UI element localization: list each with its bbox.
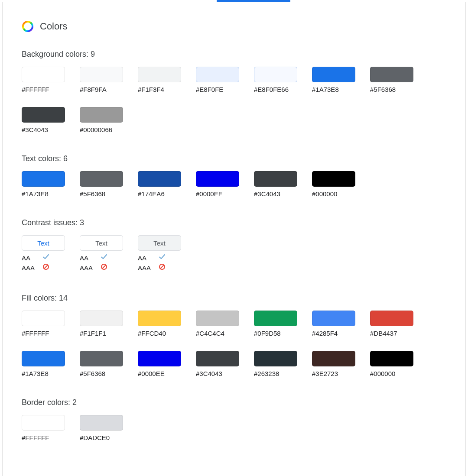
swatch-grid-background: #FFFFFF#F8F9FA#F1F3F4#E8F0FE#E8F0FE66#1A… [22, 67, 446, 133]
swatch-item[interactable]: #DADCE0 [80, 415, 123, 441]
swatch-item[interactable]: #00000066 [80, 107, 123, 133]
section-text: Text colors: 6 #1A73E8#5F6368#174EA6#000… [22, 154, 446, 198]
swatch-item[interactable]: #E8F0FE [196, 67, 239, 93]
check-pass-icon [159, 253, 166, 263]
color-swatch [80, 351, 123, 366]
color-swatch [22, 311, 65, 326]
swatch-label: #DB4437 [370, 330, 413, 337]
color-swatch [254, 171, 297, 187]
section-title-text: Text colors: 6 [22, 154, 446, 163]
fail-icon [159, 263, 166, 273]
swatch-item[interactable]: #FFFFFF [22, 67, 65, 93]
color-swatch [312, 351, 355, 366]
swatch-item[interactable]: #FFFFFF [22, 415, 65, 441]
page-title: Colors [40, 21, 68, 32]
swatch-label: #FFFFFF [22, 86, 65, 93]
fail-icon [42, 263, 49, 273]
contrast-level-aaa: AAA [80, 263, 94, 273]
swatch-label: #FFFFFF [22, 330, 65, 337]
swatch-item[interactable]: #000000 [312, 171, 355, 198]
swatch-item[interactable]: #1A73E8 [22, 171, 65, 198]
swatch-item[interactable]: #1A73E8 [22, 351, 65, 377]
swatch-label: #0000EE [138, 370, 181, 377]
contrast-item[interactable]: TextAAAAA [80, 235, 123, 273]
swatch-item[interactable]: #174EA6 [138, 171, 181, 198]
color-swatch [196, 171, 239, 187]
color-swatch [370, 351, 413, 366]
color-swatch [370, 67, 413, 82]
svg-line-2 [44, 265, 48, 269]
section-title-border: Border colors: 2 [22, 398, 446, 407]
color-swatch [22, 107, 65, 123]
color-swatch [254, 351, 297, 366]
swatch-item[interactable]: #FFFFFF [22, 311, 65, 337]
swatch-item[interactable]: #F1F3F4 [138, 67, 181, 93]
swatch-item[interactable]: #0000EE [196, 171, 239, 198]
color-swatch [80, 171, 123, 187]
swatch-label: #5F6368 [80, 190, 123, 198]
swatch-label: #F1F3F4 [138, 86, 181, 93]
swatch-item[interactable]: #5F6368 [80, 351, 123, 377]
swatch-item[interactable]: #0000EE [138, 351, 181, 377]
contrast-sample: Text [80, 235, 123, 251]
svg-line-4 [102, 265, 106, 269]
swatch-item[interactable]: #DB4437 [370, 311, 413, 337]
swatch-item[interactable]: #5F6368 [370, 67, 413, 93]
color-swatch [138, 171, 181, 187]
swatch-item[interactable]: #FFCD40 [138, 311, 181, 337]
contrast-level-aa: AA [138, 253, 153, 263]
color-swatch [138, 351, 181, 366]
swatch-label: #DADCE0 [80, 434, 123, 441]
swatch-item[interactable]: #E8F0FE66 [254, 67, 297, 93]
swatch-label: #4285F4 [312, 330, 355, 337]
contrast-item[interactable]: TextAAAAA [22, 235, 65, 273]
color-swatch [370, 311, 413, 326]
swatch-label: #5F6368 [370, 86, 413, 93]
swatch-label: #E8F0FE66 [254, 86, 297, 93]
swatch-item[interactable]: #3C4043 [22, 107, 65, 133]
color-swatch [312, 67, 355, 82]
color-swatch [312, 311, 355, 326]
swatch-item[interactable]: #3C4043 [196, 351, 239, 377]
colors-panel: Colors Background colors: 9 #FFFFFF#F8F9… [2, 2, 466, 476]
section-fill: Fill colors: 14 #FFFFFF#F1F1F1#FFCD40#C4… [22, 294, 446, 377]
contrast-level-aa: AA [22, 253, 36, 263]
swatch-item[interactable]: #0F9D58 [254, 311, 297, 337]
contrast-level-aa: AA [80, 253, 94, 263]
fail-icon [101, 263, 107, 273]
contrast-item[interactable]: TextAAAAA [138, 235, 181, 273]
contrast-grid: TextAAAAATextAAAAATextAAAAA [22, 235, 446, 273]
section-contrast: Contrast issues: 3 TextAAAAATextAAAAATex… [22, 218, 446, 273]
swatch-item[interactable]: #000000 [370, 351, 413, 377]
swatch-label: #1A73E8 [22, 370, 65, 377]
section-title-fill: Fill colors: 14 [22, 294, 446, 303]
section-title-background: Background colors: 9 [22, 50, 446, 59]
contrast-row-aa: AA [80, 253, 123, 263]
swatch-label: #1A73E8 [312, 86, 355, 93]
swatch-label: #1A73E8 [22, 190, 65, 198]
swatch-item[interactable]: #4285F4 [312, 311, 355, 337]
swatch-item[interactable]: #5F6368 [80, 171, 123, 198]
swatch-label: #000000 [370, 370, 413, 377]
swatch-item[interactable]: #F1F1F1 [80, 311, 123, 337]
swatch-label: #E8F0FE [196, 86, 239, 93]
swatch-label: #263238 [254, 370, 297, 377]
contrast-sample: Text [138, 235, 181, 251]
swatch-item[interactable]: #3E2723 [312, 351, 355, 377]
swatch-label: #3C4043 [22, 126, 65, 133]
color-swatch [22, 67, 65, 82]
swatch-item[interactable]: #F8F9FA [80, 67, 123, 93]
contrast-sample: Text [22, 235, 65, 251]
color-swatch [80, 311, 123, 326]
color-swatch [80, 107, 123, 123]
section-background: Background colors: 9 #FFFFFF#F8F9FA#F1F3… [22, 50, 446, 133]
swatch-label: #0F9D58 [254, 330, 297, 337]
swatch-item[interactable]: #263238 [254, 351, 297, 377]
swatch-label: #174EA6 [138, 190, 181, 198]
color-wheel-icon [22, 20, 34, 32]
swatch-item[interactable]: #C4C4C4 [196, 311, 239, 337]
color-swatch [254, 67, 297, 82]
swatch-label: #FFFFFF [22, 434, 65, 441]
swatch-item[interactable]: #1A73E8 [312, 67, 355, 93]
swatch-item[interactable]: #3C4043 [254, 171, 297, 198]
